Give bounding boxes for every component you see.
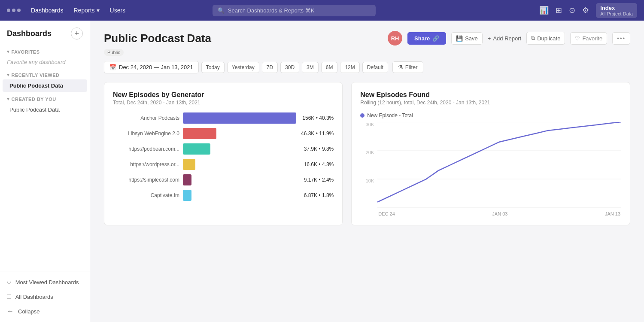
bar-row: Libsyn WebEngine 2.046.3K • 11.9% (113, 128, 334, 139)
nav-dashboards[interactable]: Dashboards (31, 7, 64, 14)
sidebar-title: Dashboards (7, 29, 52, 38)
line-chart-area: DEC 24 JAN 03 JAN 13 (377, 122, 621, 216)
sidebar-header: Dashboards + (0, 24, 90, 45)
main-content: Public Podcast Data RH Share 🔗 💾 Save + … (90, 21, 644, 322)
date-yesterday-button[interactable]: Yesterday (227, 62, 259, 73)
bar-row: https://wordpress.or...16.6K • 4.3% (113, 159, 334, 170)
date-range-text: Dec 24, 2020 — Jan 13, 2021 (119, 64, 193, 70)
date-7d-button[interactable]: 7D (262, 62, 278, 73)
more-button[interactable]: ••• (612, 32, 630, 45)
sidebar-item-recently-viewed-1[interactable]: Public Podcast Data (3, 79, 87, 92)
save-button[interactable]: 💾 Save (451, 32, 483, 45)
bar-fill (183, 159, 195, 170)
chart2-title: New Episodes Found (360, 91, 621, 99)
bar-label: https://wordpress.or... (113, 161, 179, 167)
all-dashboards-link[interactable]: □ All Dashboards (0, 289, 90, 304)
bar-value: 37.9K • 9.8% (304, 146, 334, 152)
bar-row: https://simplecast.com9.17K • 2.4% (113, 174, 334, 185)
line-chart-svg (377, 122, 621, 208)
bar-label: Libsyn WebEngine 2.0 (113, 131, 179, 137)
page-header: Public Podcast Data RH Share 🔗 💾 Save + … (104, 31, 630, 46)
search-bar[interactable]: 🔍 Search Dashboards & Reports ⌘K (213, 5, 376, 16)
bar-track (183, 128, 295, 139)
duplicate-button[interactable]: ⧉ Duplicate (526, 32, 565, 45)
filter-icon: ⚗ (398, 64, 403, 70)
bar-fill (183, 112, 296, 124)
date-6m-button[interactable]: 6M (321, 62, 338, 73)
bar-track (183, 174, 298, 185)
notifications-icon[interactable]: 📊 (539, 6, 549, 15)
x-label-jan13: JAN 13 (605, 211, 620, 216)
legend-dot (360, 113, 365, 118)
episodes-found-card: New Episodes Found Rolling (12 hours), t… (351, 82, 630, 225)
bar-label: Captivate.fm (113, 192, 179, 198)
y-label-10k: 10K (360, 178, 374, 183)
bar-value: 156K • 40.3% (302, 115, 334, 121)
share-button[interactable]: Share 🔗 (407, 32, 446, 45)
line-chart-container: 30K 20K 10K (360, 122, 621, 216)
created-by-you-title: ▾ CREATED BY YOU (0, 94, 90, 103)
duplicate-icon: ⧉ (531, 35, 535, 42)
chart2-subtitle: Rolling (12 hours), total, Dec 24th, 202… (360, 100, 621, 106)
recently-viewed-section: ▾ RECENTLY VIEWED Public Podcast Data (0, 70, 90, 92)
date-default-button[interactable]: Default (362, 62, 388, 73)
nav-users[interactable]: Users (110, 7, 126, 14)
bar-row: https://podbean.com...37.9K • 9.8% (113, 143, 334, 155)
bar-label: https://simplecast.com (113, 177, 179, 183)
add-dashboard-button[interactable]: + (71, 27, 83, 39)
bar-label: Anchor Podcasts (113, 115, 179, 121)
bar-label: https://podbean.com... (113, 146, 179, 152)
search-placeholder: Search Dashboards & Reports ⌘K (228, 7, 315, 14)
filter-button[interactable]: ⚗ Filter (392, 61, 423, 73)
heart-icon: ♡ (575, 35, 580, 42)
x-label-dec24: DEC 24 (378, 211, 395, 216)
bar-track (183, 159, 298, 170)
favorites-empty: Favorite any dashboard (0, 56, 90, 68)
app-dots (7, 9, 21, 12)
save-icon: 💾 (456, 35, 463, 42)
favorites-section: ▾ FAVORITES Favorite any dashboard (0, 46, 90, 68)
date-30d-button[interactable]: 30D (280, 62, 299, 73)
bar-fill (183, 190, 191, 201)
date-today-button[interactable]: Today (201, 62, 225, 73)
collapse-button[interactable]: ← Collapse (0, 304, 90, 319)
y-label-20k: 20K (360, 150, 374, 155)
chart1-title: New Episodes by Generator (113, 91, 334, 99)
index-subtitle: All Project Data (600, 11, 633, 16)
bar-value: 16.6K • 4.3% (304, 161, 334, 167)
date-3m-button[interactable]: 3M (302, 62, 319, 73)
favorites-section-title: ▾ FAVORITES (0, 46, 90, 56)
public-badge: Public (104, 49, 124, 56)
grid-icon[interactable]: ⊞ (556, 6, 562, 15)
bar-fill (183, 174, 191, 185)
bar-row: Anchor Podcasts156K • 40.3% (113, 112, 334, 124)
most-viewed-link[interactable]: ○ Most Viewed Dashboards (0, 275, 90, 289)
x-label-jan03: JAN 03 (492, 211, 507, 216)
settings-icon[interactable]: ⚙ (582, 6, 589, 15)
share-icon: 🔗 (432, 35, 439, 42)
nav-reports[interactable]: Reports ▾ (74, 7, 100, 14)
chart2-body: 30K 20K 10K (360, 122, 621, 216)
help-icon[interactable]: ⊙ (569, 6, 575, 15)
add-report-button[interactable]: + Add Report (488, 35, 521, 42)
favorite-button[interactable]: ♡ Favorite (570, 32, 607, 45)
most-viewed-icon: ○ (7, 278, 11, 286)
bar-track (183, 143, 298, 155)
bar-track (183, 112, 296, 124)
avatar: RH (388, 31, 402, 46)
sidebar-item-created-1[interactable]: Public Podcast Data (3, 103, 87, 116)
bar-value: 9.17K • 2.4% (304, 177, 334, 183)
bar-value: 46.3K • 11.9% (301, 131, 334, 137)
topnav-right: 📊 ⊞ ⊙ ⚙ Index All Project Data (539, 3, 637, 18)
page-title: Public Podcast Data (104, 32, 211, 45)
y-axis-labels: 30K 20K 10K (360, 122, 374, 208)
legend-label: New Episode - Total (367, 112, 413, 118)
bar-value: 6.87K • 1.8% (304, 192, 334, 198)
layout: Dashboards + ▾ FAVORITES Favorite any da… (0, 21, 644, 322)
date-12m-button[interactable]: 12M (340, 62, 359, 73)
date-range-button[interactable]: 📅 Dec 24, 2020 — Jan 13, 2021 (104, 61, 199, 73)
bar-fill (183, 128, 216, 139)
index-button[interactable]: Index All Project Data (596, 3, 637, 18)
index-title: Index (600, 5, 615, 11)
created-by-you-section: ▾ CREATED BY YOU Public Podcast Data (0, 94, 90, 116)
